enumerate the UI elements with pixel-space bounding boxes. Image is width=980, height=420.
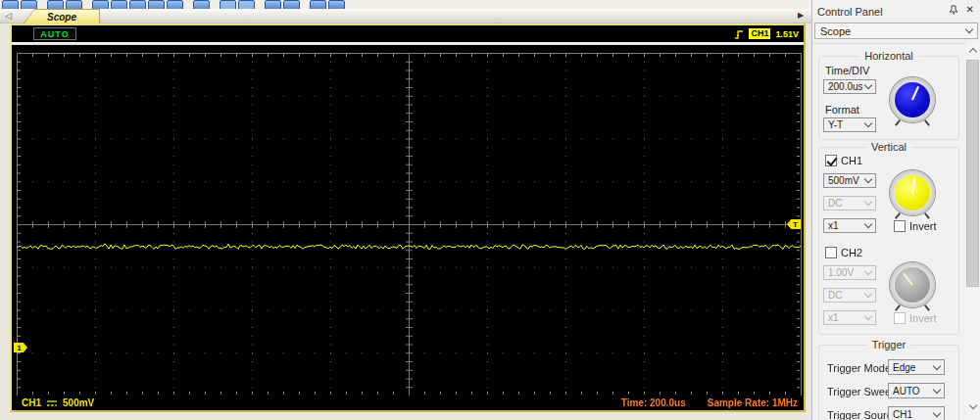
- format-label: Format: [825, 104, 859, 116]
- panel-scrollbar[interactable]: [965, 43, 980, 420]
- toolbar-button[interactable]: [92, 0, 109, 9]
- toolbar-button[interactable]: [148, 0, 165, 9]
- status-channel-label: CH1: [22, 397, 41, 408]
- tab-scroll-right-icon[interactable]: ▶: [798, 11, 804, 20]
- scope-display: 1 T: [12, 45, 804, 396]
- chevron-down-icon: [864, 312, 872, 320]
- status-time-per-div: Time: 200.0us: [621, 397, 686, 408]
- scroll-up-icon[interactable]: [965, 43, 980, 57]
- acquisition-status-badge: AUTO: [33, 27, 76, 40]
- tab-scope[interactable]: Scope: [24, 9, 100, 23]
- toolbar-button[interactable]: [47, 0, 64, 9]
- trigger-level-value: 1.51V: [775, 29, 799, 39]
- toolbar-button[interactable]: [111, 0, 127, 9]
- trigger-group: Trigger Trigger Mode Edge Trigger Sweep …: [818, 345, 959, 420]
- toolbar-button[interactable]: [328, 0, 345, 9]
- time-div-label: Time/DIV: [825, 65, 869, 76]
- toolbar-button[interactable]: [2, 0, 19, 9]
- chevron-down-icon: [864, 175, 872, 183]
- window-background: [0, 412, 811, 420]
- scroll-down-icon[interactable]: [965, 399, 980, 413]
- vertical-group: Vertical CH1 500mV DC x1 Invert CH: [818, 147, 959, 335]
- toolbar-button[interactable]: [265, 0, 281, 9]
- divider: [812, 43, 980, 44]
- format-select[interactable]: Y-T: [823, 117, 876, 132]
- scrollbar-thumb[interactable]: [966, 60, 979, 287]
- scope-widget: AUTO CH1 1.51V 1 T CH1 500mV: [10, 23, 806, 412]
- scope-topbar: AUTO CH1 1.51V: [12, 25, 804, 42]
- toolbar-button[interactable]: [21, 0, 37, 9]
- toolbar-button[interactable]: [310, 0, 326, 9]
- chevron-down-icon: [933, 385, 941, 393]
- ch1-probe-select[interactable]: x1: [823, 218, 876, 233]
- control-panel: Control Panel ✕ Scope Horizontal Time/DI…: [811, 0, 980, 420]
- knob-pointer: [903, 273, 913, 286]
- toolbar-button[interactable]: [193, 0, 210, 9]
- chevron-down-icon: [864, 290, 872, 298]
- toolbar-button[interactable]: [283, 0, 300, 9]
- toolbar-button[interactable]: [167, 0, 183, 9]
- toolbar: [0, 0, 811, 9]
- ch1-invert-checkbox[interactable]: Invert: [894, 220, 937, 232]
- knob-pointer: [911, 86, 919, 101]
- knob-pointer: [911, 178, 916, 193]
- ch1-position-knob[interactable]: [890, 170, 935, 215]
- scope-statusbar: CH1 500mV Time: 200.0us Sample Rate: 1MH…: [12, 396, 804, 410]
- toolbar-button[interactable]: [238, 0, 255, 9]
- time-div-select[interactable]: 200.0us: [823, 79, 876, 94]
- scope-display-canvas: [12, 45, 804, 396]
- trigger-sweep-label: Trigger Sweep: [827, 386, 897, 397]
- chevron-down-icon: [864, 119, 872, 127]
- chevron-down-icon: [864, 267, 872, 275]
- horizontal-group: Horizontal Time/DIV 200.0us Format Y-T: [818, 56, 959, 140]
- trigger-channel-chip: CH1: [749, 28, 770, 39]
- status-volts-per-div: 500mV: [63, 397, 94, 408]
- chevron-down-icon: [864, 220, 872, 228]
- trigger-sweep-select[interactable]: AUTO: [888, 383, 945, 398]
- trigger-mode-select[interactable]: Edge: [888, 359, 945, 375]
- tab-scroll-left-icon[interactable]: ◁: [5, 10, 12, 23]
- control-panel-header: Control Panel ✕: [812, 0, 980, 22]
- pin-icon[interactable]: [949, 5, 958, 16]
- chevron-down-icon: [864, 198, 872, 206]
- ch2-probe-select[interactable]: x1: [823, 310, 876, 325]
- trigger-info: CH1 1.51V: [734, 27, 799, 40]
- toolbar-button[interactable]: [66, 0, 82, 9]
- toolbar-button[interactable]: [220, 0, 236, 9]
- ch1-checkbox[interactable]: CH1: [825, 155, 862, 166]
- trigger-mode-label: Trigger Mode: [827, 362, 891, 374]
- status-sample-rate: Sample Rate: 1MHz: [708, 397, 798, 408]
- chevron-down-icon: [864, 81, 872, 89]
- ch1-volts-select[interactable]: 500mV: [823, 173, 876, 188]
- ch1-coupling-select[interactable]: DC: [823, 196, 876, 210]
- tab-scope-label: Scope: [47, 12, 76, 23]
- control-panel-title: Control Panel: [817, 6, 883, 18]
- close-icon[interactable]: ✕: [966, 4, 974, 15]
- dc-coupling-icon: [46, 398, 58, 407]
- panel-mode-select[interactable]: Scope: [814, 23, 978, 39]
- ch2-volts-select[interactable]: 1.00V: [823, 265, 876, 280]
- ch2-position-knob[interactable]: [890, 262, 935, 307]
- chevron-down-icon: [933, 361, 941, 369]
- horizontal-knob[interactable]: [890, 77, 935, 122]
- toolbar-button[interactable]: [129, 0, 146, 9]
- chevron-down-icon: [933, 408, 941, 416]
- trigger-source-select[interactable]: CH1: [888, 406, 945, 420]
- ch2-invert-checkbox[interactable]: Invert: [894, 312, 937, 324]
- tab-bar: ◁ Scope ▶: [0, 9, 811, 23]
- ch2-checkbox[interactable]: CH2: [825, 247, 862, 258]
- chevron-down-icon: [965, 25, 973, 33]
- ch2-coupling-select[interactable]: DC: [823, 288, 876, 303]
- edge-trigger-icon: [734, 28, 744, 40]
